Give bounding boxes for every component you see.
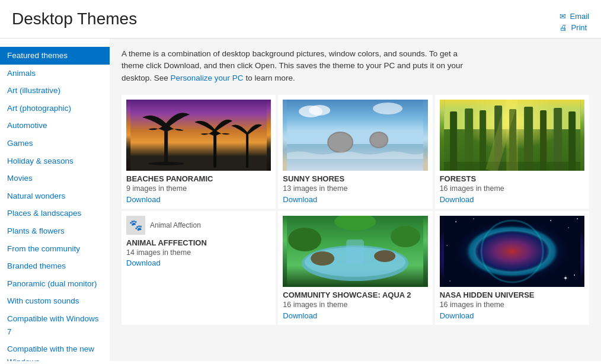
svg-point-32	[311, 251, 334, 266]
theme-image-forests	[440, 100, 584, 171]
personalize-link[interactable]: Personalize your PC	[171, 74, 244, 82]
svg-rect-18	[465, 108, 473, 171]
theme-name-community-aqua: COMMUNITY SHOWCASE: AQUA 2	[283, 290, 427, 299]
svg-rect-19	[479, 110, 486, 171]
page-title: Desktop Themes	[12, 9, 137, 28]
sidebar-item-from-community[interactable]: From the community	[0, 240, 110, 258]
svg-rect-4	[246, 132, 248, 168]
svg-point-36	[391, 226, 420, 247]
theme-count-animal-affection: 14 images in theme	[126, 248, 271, 257]
svg-point-35	[288, 228, 321, 251]
theme-count-nasa-hidden: 16 images in theme	[440, 301, 584, 309]
theme-card-nasa-hidden: NASA HIDDEN UNIVERSE16 images in themeDo…	[435, 211, 589, 325]
theme-card-beaches-panoramic: BEACHES PANORAMIC9 images in themeDownlo…	[122, 95, 276, 209]
svg-rect-34	[346, 240, 364, 263]
theme-card-community-aqua: COMMUNITY SHOWCASE: AQUA 216 images in t…	[278, 211, 432, 325]
theme-count-community-aqua: 16 images in theme	[283, 301, 427, 309]
svg-point-10	[370, 133, 387, 147]
svg-point-12	[309, 105, 330, 116]
svg-point-48	[449, 280, 450, 282]
theme-name-animal-affection: ANIMAL AFFFECTION	[126, 238, 271, 247]
theme-name-beaches-panoramic: BEACHES PANORAMIC	[126, 174, 271, 183]
svg-point-8	[328, 133, 352, 152]
email-link[interactable]: ✉ Email	[560, 12, 589, 21]
sidebar-item-movies[interactable]: Movies	[0, 170, 110, 187]
svg-point-13	[373, 103, 402, 114]
svg-point-45	[577, 218, 578, 219]
theme-grid-row2: 🐾Animal AffectionANIMAL AFFFECTION14 ima…	[122, 211, 589, 325]
animal-thumb-icon: 🐾	[126, 216, 145, 235]
theme-card-forests: FORESTS16 images in themeDownload	[435, 95, 589, 209]
sidebar-item-custom-sounds[interactable]: With custom sounds	[0, 292, 110, 310]
sidebar-item-games[interactable]: Games	[0, 135, 110, 152]
page-header: Desktop Themes ✉ Email 🖨 Print	[0, 0, 601, 39]
theme-download-community-aqua[interactable]: Download	[283, 311, 317, 320]
theme-count-beaches-panoramic: 9 images in theme	[126, 184, 271, 193]
theme-count-forests: 16 images in theme	[440, 184, 584, 193]
theme-count-sunny-shores: 13 images in theme	[283, 184, 427, 193]
animal-label: Animal Affection	[150, 221, 201, 229]
sidebar-item-plants-flowers[interactable]: Plants & flowers	[0, 222, 110, 240]
sidebar-item-art-photographic[interactable]: Art (photographic)	[0, 100, 110, 117]
print-icon: 🖨	[560, 23, 567, 32]
header-actions: ✉ Email 🖨 Print	[560, 12, 589, 32]
svg-rect-24	[554, 108, 562, 171]
print-link[interactable]: 🖨 Print	[560, 23, 589, 32]
svg-point-43	[550, 220, 551, 221]
sidebar-item-compatible-new[interactable]: Compatible with the new Windows	[0, 340, 110, 361]
theme-download-forests[interactable]: Download	[440, 195, 474, 204]
theme-download-beaches-panoramic[interactable]: Download	[126, 195, 161, 204]
content-area: A theme is a combination of desktop back…	[110, 39, 601, 361]
svg-point-44	[568, 227, 569, 228]
theme-image-sunny-shores	[283, 100, 427, 171]
svg-point-40	[459, 222, 565, 281]
theme-card-animal-affection: 🐾Animal AffectionANIMAL AFFFECTION14 ima…	[122, 211, 276, 325]
animal-icon-row: 🐾Animal Affection	[126, 216, 271, 235]
theme-download-nasa-hidden[interactable]: Download	[440, 311, 474, 320]
sidebar-item-natural-wonders[interactable]: Natural wonders	[0, 187, 110, 205]
theme-name-forests: FORESTS	[440, 174, 584, 183]
sidebar-item-animals[interactable]: Animals	[0, 65, 110, 82]
sidebar-item-compatible-win7[interactable]: Compatible with Windows 7	[0, 310, 110, 340]
sidebar-item-places-landscapes[interactable]: Places & landscapes	[0, 205, 110, 222]
sidebar-item-panoramic-dual[interactable]: Panoramic (dual monitor)	[0, 275, 110, 293]
sidebar-item-holiday-seasons[interactable]: Holiday & seasons	[0, 152, 110, 170]
sidebar-item-automotive[interactable]: Automotive	[0, 117, 110, 135]
sidebar: Featured themesAnimalsArt (illustrative)…	[0, 39, 110, 361]
theme-image-nasa-hidden	[440, 216, 584, 287]
theme-download-animal-affection[interactable]: Download	[126, 258, 271, 267]
intro-text: A theme is a combination of desktop back…	[122, 48, 477, 84]
theme-card-sunny-shores: SUNNY SHORES13 images in themeDownload	[278, 95, 432, 209]
svg-point-33	[374, 250, 395, 262]
svg-point-47	[574, 274, 575, 276]
sidebar-item-art-illustrative[interactable]: Art (illustrative)	[0, 82, 110, 100]
theme-image-community-aqua	[283, 216, 427, 287]
theme-name-nasa-hidden: NASA HIDDEN UNIVERSE	[440, 290, 584, 299]
theme-name-sunny-shores: SUNNY SHORES	[283, 174, 427, 183]
theme-download-sunny-shores[interactable]: Download	[283, 195, 317, 204]
theme-image-beaches-panoramic	[126, 100, 271, 171]
svg-rect-22	[524, 107, 533, 171]
sidebar-item-featured-themes[interactable]: Featured themes	[0, 47, 110, 65]
svg-rect-23	[540, 110, 546, 171]
svg-point-42	[473, 218, 474, 219]
sidebar-item-branded-themes[interactable]: Branded themes	[0, 257, 110, 275]
main-layout: Featured themesAnimalsArt (illustrative)…	[0, 39, 601, 361]
theme-grid-row1: BEACHES PANORAMIC9 images in themeDownlo…	[122, 95, 589, 209]
email-icon: ✉	[560, 12, 566, 21]
svg-point-46	[446, 245, 447, 246]
svg-point-41	[455, 221, 456, 222]
